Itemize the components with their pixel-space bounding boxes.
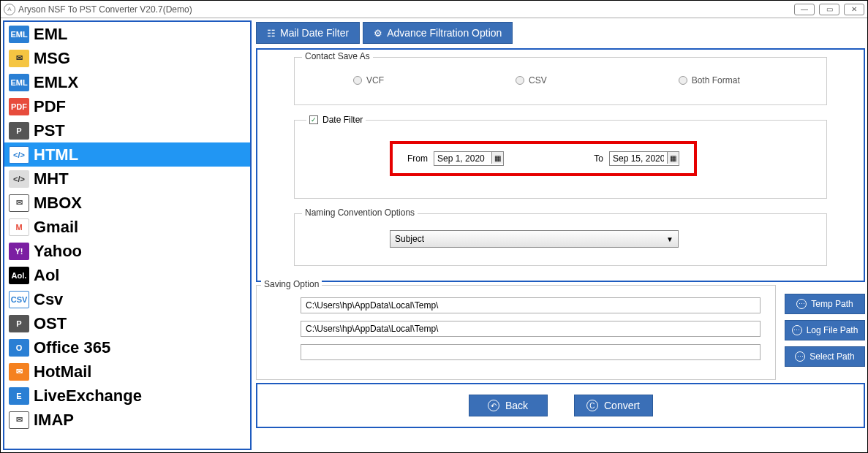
tab-label: Advance Filtration Option: [387, 27, 502, 39]
chevron-down-icon: ▼: [666, 235, 673, 243]
app-icon: A: [4, 4, 15, 15]
sidebar-item-label: MHT: [34, 170, 69, 189]
sidebar-item-label: LiveExchange: [34, 387, 142, 406]
radio-label: Both Format: [692, 75, 740, 85]
sidebar-item-label: Office 365: [34, 338, 110, 357]
ellipsis-icon: ⋯: [795, 351, 805, 362]
sidebar-item-label: PST: [34, 121, 65, 140]
contact-save-group: Contact Save As VCF CSV Both Format: [294, 57, 827, 105]
filter-icon: ⚙: [374, 28, 382, 39]
sidebar-item-html[interactable]: </>HTML: [4, 142, 250, 167]
sidebar-item-label: HotMail: [34, 362, 91, 381]
sidebar-item-hotmail[interactable]: ✉HotMail: [4, 359, 250, 384]
sidebar-item-label: Yahoo: [34, 242, 82, 261]
sidebar-item-pst[interactable]: PPST: [4, 118, 250, 142]
sidebar-item-emlx[interactable]: EMLEMLX: [4, 70, 250, 94]
main-options-panel: Contact Save As VCF CSV Both Format: [256, 48, 865, 282]
pdf-icon: PDF: [9, 98, 29, 115]
csv-icon: CSV: [9, 291, 29, 308]
radio-vcf[interactable]: VCF: [353, 75, 384, 85]
group-title: Contact Save As: [302, 51, 373, 61]
mbox-icon: ✉: [9, 194, 29, 212]
yahoo-icon: Y!: [9, 243, 29, 260]
pst-icon: P: [9, 122, 29, 140]
button-label: Log File Path: [807, 325, 858, 335]
imap-icon: ✉: [9, 411, 29, 429]
sidebar-item-yahoo[interactable]: Y!Yahoo: [4, 239, 250, 263]
ellipsis-icon: ⋯: [792, 325, 802, 335]
select-path-input[interactable]: [301, 344, 761, 360]
sidebar-item-gmail[interactable]: MGmail: [4, 215, 250, 239]
back-arrow-icon: ↶: [488, 400, 499, 411]
calendar-picker-icon[interactable]: ▦: [491, 152, 503, 164]
sidebar-item-msg[interactable]: ✉MSG: [4, 46, 250, 70]
button-label: Convert: [604, 400, 640, 411]
log-file-path-button[interactable]: ⋯ Log File Path: [785, 320, 865, 340]
to-date-input[interactable]: [610, 152, 667, 165]
date-filter-checkbox[interactable]: ✓ Date Filter: [306, 115, 366, 125]
convert-button[interactable]: C Convert: [574, 395, 653, 416]
liveexchange-icon: E: [9, 387, 29, 405]
sidebar-item-label: EML: [34, 25, 67, 44]
filter-tabs: ☷ Mail Date Filter ⚙ Advance Filtration …: [256, 20, 865, 45]
tab-label: Mail Date Filter: [280, 27, 349, 39]
sidebar-item-label: HTML: [34, 145, 78, 164]
hotmail-icon: ✉: [9, 363, 29, 381]
sidebar-item-label: Aol: [34, 266, 59, 285]
sidebar-item-office-365[interactable]: OOffice 365: [4, 335, 250, 359]
button-label: Temp Path: [811, 299, 853, 309]
sidebar-item-label: OST: [34, 314, 67, 333]
from-label: From: [407, 153, 428, 164]
convert-icon: C: [586, 400, 598, 411]
saving-option-group: Saving Option: [256, 285, 776, 380]
radio-icon: [516, 76, 524, 85]
back-button[interactable]: ↶ Back: [469, 395, 548, 416]
sidebar-item-csv[interactable]: CSVCsv: [4, 287, 250, 311]
group-title: Saving Option: [261, 279, 322, 289]
temp-path-input[interactable]: [301, 297, 761, 313]
calendar-picker-icon[interactable]: ▦: [667, 152, 679, 164]
from-date-input[interactable]: [434, 152, 491, 165]
maximize-button[interactable]: ▭: [819, 4, 839, 15]
temp-path-button[interactable]: ⋯ Temp Path: [785, 294, 865, 314]
close-button[interactable]: ✕: [844, 4, 864, 15]
button-label: Back: [505, 400, 528, 411]
sidebar-item-ost[interactable]: POST: [4, 311, 250, 335]
naming-convention-dropdown[interactable]: Subject ▼: [390, 230, 679, 248]
radio-icon: [679, 76, 687, 85]
sidebar-item-liveexchange[interactable]: ELiveExchange: [4, 384, 250, 408]
radio-label: CSV: [529, 75, 547, 85]
naming-convention-group: Naming Convention Options Subject ▼: [294, 213, 827, 266]
select-path-button[interactable]: ⋯ Select Path: [785, 346, 865, 367]
tab-advance-filtration[interactable]: ⚙ Advance Filtration Option: [363, 22, 513, 44]
html-icon: </>: [9, 146, 29, 164]
sidebar-item-label: Gmail: [34, 218, 78, 237]
footer-actions: ↶ Back C Convert: [256, 383, 865, 428]
tab-mail-date-filter[interactable]: ☷ Mail Date Filter: [256, 22, 360, 44]
radio-icon: [353, 76, 362, 85]
sidebar-item-mbox[interactable]: ✉MBOX: [4, 191, 250, 215]
msg-icon: ✉: [9, 50, 29, 67]
sidebar-item-aol[interactable]: Aol.Aol: [4, 263, 250, 287]
to-label: To: [594, 153, 603, 164]
sidebar-item-mht[interactable]: </>MHT: [4, 167, 250, 191]
radio-csv[interactable]: CSV: [516, 75, 547, 85]
minimize-button[interactable]: —: [794, 4, 815, 15]
sidebar-item-label: MBOX: [34, 194, 82, 213]
sidebar-item-pdf[interactable]: PDFPDF: [4, 94, 250, 118]
sidebar-item-label: Csv: [34, 290, 63, 309]
log-path-input[interactable]: [301, 321, 761, 337]
button-label: Select Path: [809, 351, 854, 362]
gmail-icon: M: [9, 218, 29, 236]
ost-icon: P: [9, 315, 29, 332]
sidebar-item-label: EMLX: [34, 73, 78, 92]
window-title: Aryson NSF To PST Converter V20.7(Demo): [18, 4, 192, 15]
sidebar-item-eml[interactable]: EMLEML: [4, 22, 250, 46]
eml-icon: EML: [9, 26, 29, 43]
radio-both-format[interactable]: Both Format: [679, 75, 740, 85]
emlx-icon: EML: [9, 74, 29, 91]
sidebar-item-imap[interactable]: ✉IMAP: [4, 408, 250, 432]
ellipsis-icon: ⋯: [796, 299, 807, 309]
sidebar-item-label: IMAP: [34, 411, 74, 430]
checkbox-label: Date Filter: [322, 115, 363, 125]
